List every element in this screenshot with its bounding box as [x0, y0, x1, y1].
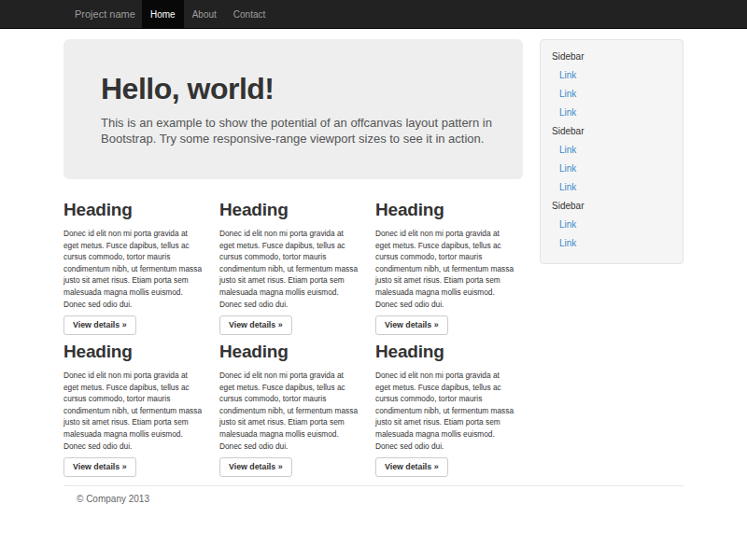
card-body-text: Donec id elit non mi porta gravida at eg…	[219, 370, 359, 452]
nav-item-contact[interactable]: Contact	[225, 0, 274, 28]
card-heading: Heading	[219, 342, 359, 362]
page-container: Hello, world! This is an example to show…	[63, 39, 684, 560]
sidebar-link[interactable]: Link	[541, 141, 683, 160]
card-body-text: Donec id elit non mi porta gravida at eg…	[63, 370, 204, 452]
card-heading: Heading	[63, 200, 204, 220]
nav-item-about[interactable]: About	[184, 0, 225, 28]
content-card: Heading Donec id elit non mi porta gravi…	[375, 342, 515, 477]
view-details-button[interactable]: View details »	[375, 457, 448, 477]
sidebar-group-label-1: Sidebar	[541, 48, 683, 66]
sidebar-link[interactable]: Link	[541, 178, 683, 197]
card-body-text: Donec id elit non mi porta gravida at eg…	[375, 228, 515, 310]
view-details-button[interactable]: View details »	[63, 315, 136, 335]
sidebar-group-label-2: Sidebar	[541, 122, 683, 141]
sidebar-group-label-3: Sidebar	[541, 197, 683, 216]
content-card: Heading Donec id elit non mi porta gravi…	[63, 342, 204, 477]
jumbotron: Hello, world! This is an example to show…	[63, 39, 523, 179]
card-heading: Heading	[63, 342, 204, 362]
footer-divider	[63, 485, 684, 486]
content-card: Heading Donec id elit non mi porta gravi…	[63, 200, 204, 335]
card-body-text: Donec id elit non mi porta gravida at eg…	[63, 228, 204, 310]
sidebar-link[interactable]: Link	[541, 160, 683, 178]
view-details-button[interactable]: View details »	[219, 457, 292, 477]
jumbotron-subtitle: This is an example to show the potential…	[101, 115, 497, 147]
sidebar: SidebarLinkLinkLinkSidebarLinkLinkLinkSi…	[540, 39, 684, 264]
card-row-2: Heading Donec id elit non mi porta gravi…	[63, 342, 515, 477]
navbar-brand[interactable]: Project name	[75, 0, 135, 28]
content-card: Heading Donec id elit non mi porta gravi…	[375, 200, 515, 335]
view-details-button[interactable]: View details »	[63, 457, 136, 477]
content-card: Heading Donec id elit non mi porta gravi…	[219, 342, 359, 477]
content-card: Heading Donec id elit non mi porta gravi…	[219, 200, 359, 335]
card-heading: Heading	[219, 200, 359, 220]
sidebar-link[interactable]: Link	[541, 104, 683, 122]
footer-copyright: © Company 2013	[77, 494, 149, 504]
card-heading: Heading	[375, 200, 515, 220]
navbar-nav: HomeAboutContact	[142, 0, 274, 28]
card-body-text: Donec id elit non mi porta gravida at eg…	[375, 370, 515, 452]
jumbotron-title: Hello, world!	[101, 73, 486, 105]
sidebar-link[interactable]: Link	[541, 85, 683, 104]
view-details-button[interactable]: View details »	[375, 315, 448, 335]
sidebar-link[interactable]: Link	[541, 234, 683, 253]
view-details-button[interactable]: View details »	[219, 315, 292, 335]
card-body-text: Donec id elit non mi porta gravida at eg…	[219, 228, 359, 310]
sidebar-link[interactable]: Link	[541, 216, 683, 234]
card-row-1: Heading Donec id elit non mi porta gravi…	[63, 200, 515, 335]
sidebar-link[interactable]: Link	[541, 66, 683, 85]
navbar: Project name HomeAboutContact	[0, 0, 747, 29]
card-heading: Heading	[375, 342, 515, 362]
nav-item-home[interactable]: Home	[142, 0, 184, 28]
